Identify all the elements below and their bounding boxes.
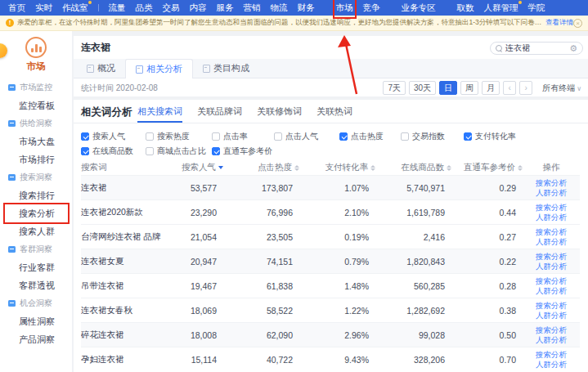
page-tab[interactable]: 相关分析 <box>125 59 193 78</box>
checkbox-checked-icon[interactable] <box>464 132 472 141</box>
column-header[interactable]: 在线商品数 <box>375 162 451 173</box>
action-link[interactable]: 搜索分析 <box>536 350 567 360</box>
sidebar-section[interactable]: 机会洞察 <box>0 294 72 312</box>
next-page-button[interactable]: › <box>519 81 532 95</box>
nav-item[interactable]: 流量 <box>109 0 126 16</box>
action-link[interactable]: 人群分析 <box>536 188 567 198</box>
action-link[interactable]: 搜索分析 <box>536 276 567 286</box>
nav-item[interactable]: 取数 <box>457 0 474 16</box>
sidebar-item[interactable]: 搜索分析 <box>0 204 72 222</box>
nav-item[interactable]: 交易 <box>163 0 180 16</box>
close-icon[interactable]: × <box>573 19 582 28</box>
action-link[interactable]: 人群分析 <box>536 262 567 271</box>
sidebar-item[interactable]: 属性洞察 <box>0 312 72 330</box>
column-header[interactable]: 直通车参考价 <box>451 162 523 173</box>
metric-label: 商城点击占比 <box>157 146 206 157</box>
value-cell: 0.19% <box>299 232 375 242</box>
sidebar-item[interactable]: 市场大盘 <box>0 132 72 150</box>
search-input[interactable] <box>505 44 569 53</box>
action-link[interactable]: 搜索分析 <box>536 252 567 262</box>
checkbox-checked-icon[interactable] <box>81 132 89 141</box>
nav-item[interactable]: 作战室 <box>62 0 88 16</box>
nav-item[interactable]: 竞争 <box>363 0 380 16</box>
nav-item[interactable]: 财务 <box>298 0 315 16</box>
sub-tab[interactable]: 关联热词 <box>316 100 352 123</box>
action-link[interactable]: 搜索分析 <box>536 325 567 335</box>
value-cell: 173,807 <box>223 183 299 193</box>
sidebar-item[interactable]: 市场排行 <box>0 150 72 168</box>
sidebar-item[interactable]: 行业客群 <box>0 258 72 276</box>
value-cell: 15,114 <box>173 355 223 365</box>
checkbox-icon[interactable] <box>146 147 154 155</box>
metric-checkbox[interactable]: 搜索人气 <box>81 131 146 142</box>
page-tab[interactable]: 概况 <box>77 59 125 78</box>
sidebar-item[interactable]: 监控看板 <box>0 96 72 114</box>
checkbox-checked-icon[interactable] <box>81 147 89 155</box>
action-link[interactable]: 人群分析 <box>536 311 567 320</box>
notice-detail-link[interactable]: 查看详情 <box>545 18 573 28</box>
sidebar-item[interactable]: 客群透视 <box>0 276 72 294</box>
action-link[interactable]: 人群分析 <box>536 360 567 370</box>
nav-item[interactable]: 营销 <box>244 0 261 16</box>
checkbox-icon[interactable] <box>146 132 154 141</box>
action-link[interactable]: 人群分析 <box>536 237 567 247</box>
metric-checkbox[interactable]: 在线商品数 <box>81 146 146 157</box>
date-range-button[interactable]: 周 <box>460 81 478 95</box>
prev-page-button[interactable]: ‹ <box>503 81 516 95</box>
column-header-label: 操作 <box>543 162 560 173</box>
date-range-button[interactable]: 30天 <box>409 81 436 95</box>
action-link[interactable]: 人群分析 <box>536 335 567 345</box>
action-link[interactable]: 搜索分析 <box>536 227 567 237</box>
checkbox-checked-icon[interactable] <box>212 147 220 155</box>
folder-icon <box>8 84 16 91</box>
nav-item[interactable]: 市场 <box>336 0 353 16</box>
nav-item[interactable]: 内容 <box>190 0 207 16</box>
checkbox-icon[interactable] <box>274 132 282 141</box>
nav-item[interactable]: 服务 <box>217 0 234 16</box>
sub-tab[interactable]: 相关搜索词 <box>137 100 182 123</box>
sidebar-section[interactable]: 客群洞察 <box>0 240 72 258</box>
sub-tab[interactable]: 关联修饰词 <box>257 100 302 123</box>
sub-tab[interactable]: 关联品牌词 <box>197 100 242 123</box>
metric-checkbox[interactable]: 搜索热度 <box>146 131 212 142</box>
checkbox-icon[interactable] <box>401 132 409 141</box>
date-range-button[interactable]: 月 <box>482 81 500 95</box>
metric-checkbox[interactable]: 点击热度 <box>339 131 401 142</box>
nav-item[interactable]: 人群管理 <box>484 0 518 16</box>
action-link[interactable]: 人群分析 <box>536 286 567 296</box>
nav-item[interactable]: 学院 <box>528 0 545 16</box>
metric-checkbox[interactable]: 点击率 <box>212 131 274 142</box>
gear-icon[interactable]: ⚙ <box>569 44 577 53</box>
sidebar-section[interactable]: 搜索洞察 <box>0 168 72 186</box>
action-link[interactable]: 搜索分析 <box>536 301 567 311</box>
column-header[interactable]: 支付转化率 <box>299 162 375 173</box>
date-range-button[interactable]: 日 <box>439 81 457 95</box>
metric-checkbox[interactable]: 点击人气 <box>274 131 339 142</box>
column-header[interactable]: 搜索人气 <box>173 162 223 173</box>
checkbox-icon[interactable] <box>212 132 220 141</box>
sidebar-item[interactable]: 搜索人群 <box>0 222 72 240</box>
sidebar-section[interactable]: 市场监控 <box>0 78 72 96</box>
metric-checkbox[interactable]: 支付转化率 <box>464 131 581 142</box>
nav-item[interactable]: 物流 <box>271 0 288 16</box>
action-link[interactable]: 搜索分析 <box>536 203 567 213</box>
action-link[interactable]: 人群分析 <box>536 213 567 222</box>
page-tab[interactable]: 类目构成 <box>193 59 259 78</box>
nav-item[interactable]: 实时 <box>35 0 52 16</box>
checkbox-checked-icon[interactable] <box>339 132 348 141</box>
metric-checkbox[interactable]: 直通车参考价 <box>212 146 581 157</box>
page-icon <box>87 65 94 73</box>
terminal-select[interactable]: 所有终端∨ <box>542 83 581 94</box>
date-range-button[interactable]: 7天 <box>383 81 406 95</box>
metric-checkbox[interactable]: 交易指数 <box>401 131 464 142</box>
nav-item[interactable]: 首页 <box>8 0 25 16</box>
value-cell: 2.96% <box>299 330 375 340</box>
action-link[interactable]: 搜索分析 <box>536 178 567 188</box>
sidebar-section[interactable]: 供给洞察 <box>0 114 72 132</box>
column-header[interactable]: 点击热度 <box>223 162 299 173</box>
nav-item[interactable]: 品类 <box>136 0 153 16</box>
sidebar-item[interactable]: 产品洞察 <box>0 330 72 348</box>
metric-checkbox[interactable]: 商城点击占比 <box>146 146 212 157</box>
nav-item[interactable]: 业务专区 <box>402 0 436 16</box>
sidebar-item[interactable]: 搜索排行 <box>0 186 72 204</box>
